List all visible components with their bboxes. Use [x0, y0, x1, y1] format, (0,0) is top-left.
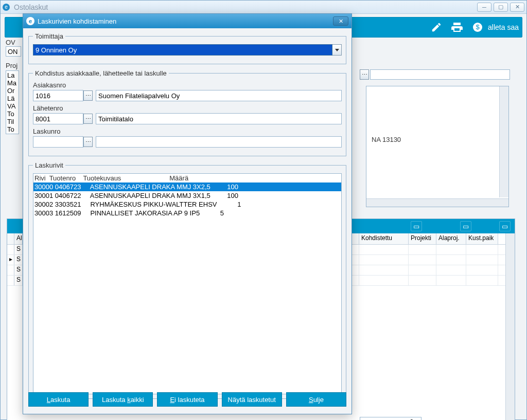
grid-cell: S: [14, 245, 23, 254]
delivery-no-label: Lähetenro: [33, 104, 342, 112]
rows-header: Rivi Tuotenro Tuotekuvaus Määrä: [33, 174, 341, 182]
supplier-combo-button[interactable]: [332, 44, 342, 56]
rows-line[interactable]: 30002 3303521 RYHMÄKESKUS PIKKU-WALTTER …: [33, 200, 341, 209]
grid-cell: S: [14, 276, 23, 285]
ov-input[interactable]: [6, 46, 21, 57]
delivery-no-input[interactable]: [33, 113, 83, 124]
minimize-button[interactable]: ─: [477, 3, 491, 12]
list-item[interactable]: VA: [7, 102, 17, 110]
parent-titlebar: e Ostolaskut ─ ▢ ✕: [1, 1, 526, 14]
scrollbar-horizontal[interactable]: [366, 198, 508, 207]
list-item[interactable]: Lä: [7, 95, 17, 102]
maximize-button[interactable]: ▢: [494, 3, 508, 12]
supplier-combo-value: 9 Onninen Oy: [36, 46, 77, 54]
list-item[interactable]: Til: [7, 118, 17, 125]
target-legend: Kohdistus asiakkaalle, lähetteelle tai l…: [33, 69, 169, 77]
customer-no-input[interactable]: [33, 90, 83, 101]
grid-header[interactable]: Kust.paik: [466, 233, 498, 244]
globe-dollar-icon[interactable]: $: [470, 20, 485, 34]
close-dialog-button[interactable]: Sulje: [286, 392, 346, 407]
dialog-icon: e: [26, 17, 34, 25]
dialog-title: Laskurivien kohdistaminen: [38, 17, 333, 25]
dialog-titlebar: e Laskurivien kohdistaminen ✕: [23, 14, 352, 28]
invoice-no-lookup-button[interactable]: ⋯: [83, 137, 93, 147]
allocate-invoice-rows-dialog: e Laskurivien kohdistaminen ✕ Toimittaja…: [23, 13, 352, 414]
edit-icon[interactable]: [429, 20, 444, 34]
scrollbar-vertical[interactable]: [499, 86, 508, 197]
close-button[interactable]: ✕: [510, 3, 524, 12]
grid-header[interactable]: Al: [14, 233, 23, 244]
delivery-no-lookup-button[interactable]: ⋯: [83, 114, 93, 124]
target-fieldset: Kohdistus asiakkaalle, lähetteelle tai l…: [28, 69, 346, 156]
grid-header-selector: [7, 233, 14, 244]
rows-fieldset: Laskurivit Rivi Tuotenro Tuotekuvaus Mää…: [28, 161, 346, 399]
invoice-name-display: [96, 136, 342, 148]
rows-listbox[interactable]: Rivi Tuotenro Tuotekuvaus Määrä30000 040…: [33, 173, 342, 394]
dialog-button-row: Laskuta Laskuta kaikki Ei laskuteta Näyt…: [28, 392, 346, 409]
rows-line[interactable]: 30001 0406722 ASENNUSKAAPELI DRAKA MMJ 3…: [33, 191, 341, 200]
list-item[interactable]: La: [7, 71, 17, 79]
show-invoiced-button[interactable]: Näytä laskutetut: [222, 392, 282, 407]
left-mini-list[interactable]: La Ma Or Lä VA To Til To: [6, 70, 19, 134]
invoice-button[interactable]: Laskuta: [28, 392, 89, 407]
invoice-all-button[interactable]: Laskuta kaikki: [93, 392, 153, 407]
info-text: NA 13130: [366, 132, 508, 148]
dialog-close-button[interactable]: ✕: [333, 16, 348, 26]
supplier-combo[interactable]: 9 Onninen Oy: [33, 44, 332, 56]
printer-icon[interactable]: [450, 20, 464, 34]
rows-legend: Laskurivit: [33, 161, 65, 169]
grid-cell: S: [14, 255, 23, 265]
app-icon: e: [3, 4, 10, 11]
list-item[interactable]: To: [7, 110, 17, 118]
grid-header[interactable]: Kohdistettu: [359, 233, 409, 244]
list-item[interactable]: Or: [7, 87, 17, 95]
svg-text:$: $: [476, 23, 480, 31]
show-invoiced-label: Näytä laskutetut: [228, 396, 276, 404]
customer-no-lookup-button[interactable]: ⋯: [83, 90, 93, 101]
total-value: 6 e: [410, 418, 419, 420]
lookup-button[interactable]: ⋯: [360, 69, 369, 80]
proj-label: Proj: [6, 62, 21, 69]
list-item[interactable]: Ma: [7, 79, 17, 87]
lookup-input[interactable]: [370, 69, 510, 80]
rows-line[interactable]: 30003 1612509 PINNALLISET JAKORASIA AP 9…: [33, 209, 341, 217]
ov-label: OV: [6, 39, 21, 46]
chevron-down-icon: [335, 49, 339, 51]
delivery-name-display: [96, 113, 342, 124]
grid-header[interactable]: Projekti: [409, 233, 436, 244]
invoice-no-input[interactable]: [33, 136, 83, 148]
customer-name-display: [96, 90, 342, 101]
toolbar-right-label: alleta saa: [488, 23, 519, 31]
grid-toolbar-button[interactable]: ▭: [411, 221, 422, 231]
do-not-invoice-button[interactable]: Ei laskuteta: [157, 392, 217, 407]
grid-toolbar-button[interactable]: ▭: [460, 221, 471, 231]
total-field: 6 e: [360, 417, 421, 420]
rows-line[interactable]: 30000 0406723 ASENNUSKAAPELI DRAKA MMJ 3…: [33, 182, 341, 191]
list-item[interactable]: To: [7, 125, 17, 133]
grid-toolbar-button[interactable]: ▭: [499, 221, 511, 231]
supplier-legend: Toimittaja: [33, 32, 65, 40]
supplier-fieldset: Toimittaja 9 Onninen Oy: [28, 32, 346, 64]
grid-header[interactable]: Alaproj.: [436, 233, 466, 244]
invoice-no-label: Laskunro: [33, 127, 342, 135]
parent-window-title: Ostolaskut: [12, 3, 475, 11]
info-text-box: NA 13130: [366, 86, 509, 207]
grid-scrollbar-vertical[interactable]: [505, 233, 515, 420]
grid-cell: S: [14, 265, 23, 275]
customer-no-label: Asiakasnro: [33, 81, 342, 89]
